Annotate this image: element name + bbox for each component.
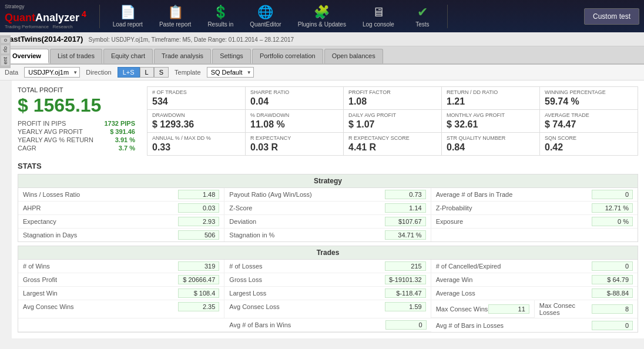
metric-cell-sharpe: SHARPE RATIO 0.04	[246, 87, 343, 109]
strategy-col-1: Wins / Losses Ratio 1.48 AHPR 0.03 Expec…	[18, 188, 224, 241]
stat-largest-win: Largest Win $ 108.4	[18, 287, 224, 300]
yearly-pct-label: YEARLY AVG % RETURN	[18, 136, 93, 143]
left-edge-panel: o rlo ent	[0, 35, 11, 68]
logo: Strategy QuantAnalyzer 4 Trading Perform…	[5, 4, 86, 29]
stat-ahpr: AHPR 0.03	[18, 202, 224, 215]
metric-sqn-quality-value: 0.84	[447, 142, 535, 153]
profit-pips-row: PROFIT IN PIPS 1732 PIPS	[18, 120, 135, 127]
stat-avg-consec-loss: Avg Consec Loss 1.59	[224, 300, 430, 313]
yearly-avg-profit-row: YEARLY AVG PROFIT $ 391.46	[18, 128, 135, 135]
tab-equity-chart[interactable]: Equity chart	[103, 49, 153, 63]
stat-expectancy: Expectancy 2.93	[18, 215, 224, 229]
trades-col-1: # of Wins 319 Gross Profit $ 20666.47 La…	[18, 260, 224, 318]
strategy-stats-body: Wins / Losses Ratio 1.48 AHPR 0.03 Expec…	[18, 188, 638, 241]
metric-cell-pct-drawdown: % DRAWDOWN 11.08 %	[246, 110, 343, 132]
trades-col-2: # of Losses 215 Gross Loss $-19101.32 La…	[224, 260, 431, 318]
template-label: Template	[175, 69, 201, 76]
tab-settings[interactable]: Settings	[212, 49, 251, 63]
data-selector[interactable]: USDJPY.oj1m	[24, 67, 80, 78]
metric-sqn-score-value: 0.42	[545, 142, 633, 153]
stat-avg-bars-trade: Average # of Bars in Trade 0	[431, 188, 638, 202]
yearly-avg-value: $ 391.46	[110, 128, 135, 135]
yearly-avg-label: YEARLY AVG PROFIT	[18, 128, 83, 135]
stat-losses-count: # of Losses 215	[224, 260, 430, 273]
metric-sharpe-label: SHARPE RATIO	[250, 89, 338, 95]
stat-largest-loss: Largest Loss $-118.47	[224, 287, 430, 300]
edge-item-1[interactable]: o	[1, 38, 9, 43]
total-profit-label: TOTAL PROFIT	[18, 86, 135, 93]
metric-winning-label: WINNING PERCENTAGE	[545, 89, 633, 95]
stat-avg-loss: Average Loss $-88.84	[431, 287, 638, 300]
plugins-button[interactable]: 🧩 Plugins & Updates	[292, 2, 352, 30]
data-select[interactable]: USDJPY.oj1m	[24, 67, 80, 78]
stat-zscore: Z-Score 1.14	[224, 202, 430, 215]
metric-drawdown-label: DRAWDOWN	[152, 112, 240, 118]
edge-item-3[interactable]: ent	[1, 56, 9, 66]
profit-pips-value: 1732 PIPS	[104, 120, 135, 127]
metric-cell-daily-profit: DAILY AVG PROFIT $ 1.07	[344, 110, 441, 132]
logo-sub: Trading Performance Research	[5, 24, 73, 29]
logo-top: Strategy	[5, 4, 25, 9]
trades-body: # of Wins 319 Gross Profit $ 20666.47 La…	[18, 260, 638, 318]
load-report-icon: 📄	[120, 5, 136, 20]
tests-button[interactable]: ✔ Tests	[405, 2, 440, 30]
trades-group-title: Trades	[18, 246, 638, 260]
results-in-button[interactable]: 💲 Results in	[202, 2, 239, 30]
direction-l-button[interactable]: L	[140, 67, 154, 78]
stats-section: STATS Strategy Wins / Losses Ratio 1.48 …	[18, 162, 638, 333]
tab-portfolio-correlation[interactable]: Portfolio correlation	[252, 49, 323, 63]
trades-section: Trades # of Wins 319 Gross Profit $ 2066…	[18, 246, 638, 333]
template-select[interactable]: SQ Default	[207, 67, 254, 78]
log-console-icon: 🖥	[372, 5, 385, 20]
direction-ls-button[interactable]: L+S	[118, 67, 140, 78]
metric-cell-return-dd: RETURN / DD RATIO 1.21	[442, 87, 539, 109]
metric-r-expectancy-label: R EXPECTANCY	[250, 135, 338, 141]
stat-payout-ratio: Payout Ratio (Avg Win/Loss) 0.73	[224, 188, 430, 202]
metric-profit-factor-value: 1.08	[348, 96, 437, 107]
metric-cell-trades: # OF TRADES 534	[147, 87, 245, 109]
sep2	[447, 5, 448, 28]
stat-placeholder	[18, 318, 224, 332]
metric-cell-r-expectancy: R EXPECTANCY 0.03 R	[246, 133, 343, 155]
trades-bars-row: Avg # of Bars in Wins 0 Avg # of Bars in…	[18, 318, 638, 332]
filter-toolbar: Data USDJPY.oj1m Direction L+S L S Templ…	[0, 65, 644, 80]
metric-monthly-profit-value: $ 32.61	[447, 119, 535, 130]
stat-empty: -	[431, 229, 638, 241]
stat-cancelled-count: # of Cancelled/Expired 0	[431, 260, 638, 273]
edge-item-2[interactable]: rlo	[1, 45, 9, 53]
header: Strategy QuantAnalyzer 4 Trading Perform…	[0, 0, 644, 32]
cagr-value: 3.7 %	[119, 145, 135, 152]
strategy-symbol: Symbol: USDJPY.oj1m, Timeframe: M5, Date…	[89, 36, 294, 43]
stat-avg-consec-wins: Avg Consec Wins 2.35	[18, 300, 224, 313]
metric-sqn-score-label: SQN SCORE	[545, 135, 633, 141]
quant-editor-button[interactable]: 🌐 QuantEditor	[244, 2, 287, 30]
metric-r-expectancy-score-value: 4.41 R	[348, 142, 437, 153]
paste-report-button[interactable]: 📋 Paste report	[153, 2, 197, 30]
yearly-pct-value: 3.91 %	[115, 136, 135, 143]
metric-cell-sqn-score: SQN SCORE 0.42	[540, 133, 638, 155]
template-selector[interactable]: SQ Default	[207, 67, 254, 78]
stat-deviation: Deviation $107.67	[224, 215, 430, 229]
stat-zprobability: Z-Probability 12.71 %	[431, 202, 638, 215]
metric-cell-sqn-quality: STR QUALITY NUMBER 0.84	[442, 133, 539, 155]
metric-annual-maxdd-label: ANNUAL % / MAX DD %	[152, 135, 240, 141]
log-console-button[interactable]: 🖥 Log console	[357, 2, 400, 30]
load-report-button[interactable]: 📄 Load report	[107, 2, 149, 30]
logo-main: QuantAnalyzer 4	[5, 9, 86, 24]
tab-overview[interactable]: Overview	[5, 49, 49, 63]
stat-wins-count: # of Wins 319	[18, 260, 224, 273]
stat-stagnation-days: Stagnation in Days 506	[18, 229, 224, 241]
direction-s-button[interactable]: S	[154, 67, 169, 78]
tab-list-of-trades[interactable]: List of trades	[50, 49, 102, 63]
tab-trade-analysis[interactable]: Trade analysis	[154, 49, 211, 63]
metric-annual-maxdd-value: 0.33	[152, 142, 240, 153]
metric-drawdown-value: $ 1293.36	[152, 119, 240, 130]
yearly-pct-row: YEARLY AVG % RETURN 3.91 %	[18, 136, 135, 143]
strategy-group-title: Strategy	[18, 174, 638, 188]
strategy-name: LastTwins(2014-2017)	[5, 35, 83, 43]
stat-gross-profit: Gross Profit $ 20666.47	[18, 273, 224, 287]
custom-test-button[interactable]: Custom test	[584, 8, 639, 25]
trades-col-3: # of Cancelled/Expired 0 Average Win $ 6…	[431, 260, 638, 318]
tab-open-balances[interactable]: Open balances	[324, 49, 383, 63]
tab-bar: Overview List of trades Equity chart Tra…	[0, 46, 644, 65]
